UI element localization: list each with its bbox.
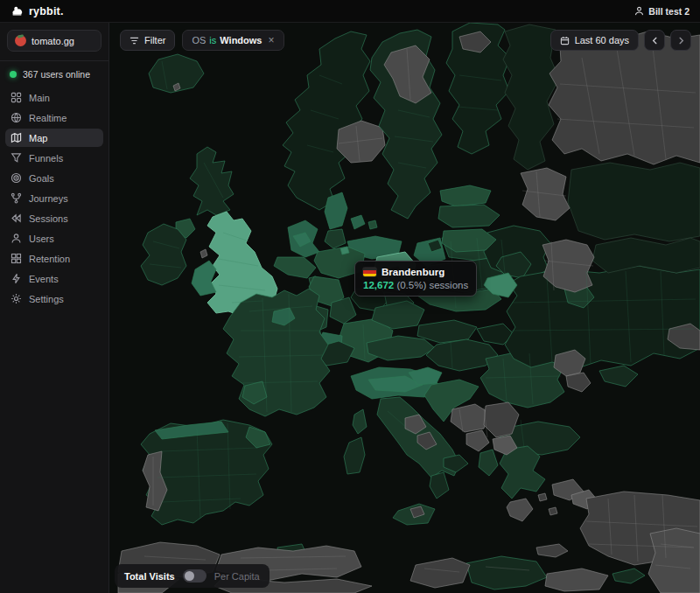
- filter-icon: [130, 36, 139, 45]
- sidebar-item-label: Map: [29, 133, 47, 143]
- rybbit-logo[interactable]: rybbit.: [10, 5, 64, 17]
- topbar: rybbit. Bill test 2: [0, 0, 700, 23]
- sidebar-item-settings[interactable]: Settings: [5, 290, 103, 308]
- sidebar-item-retention[interactable]: Retention: [5, 249, 103, 268]
- gear-icon: [10, 293, 22, 304]
- filter-bar: Filter OS is Windows ×: [120, 30, 284, 51]
- date-prev-button[interactable]: [644, 30, 665, 51]
- sidebar-item-journeys[interactable]: Journeys: [5, 189, 103, 207]
- person-icon: [634, 6, 644, 16]
- target-icon: [10, 172, 22, 184]
- user-name: Bill test 2: [648, 6, 690, 17]
- map-mode-bar: Total Visits Per Capita: [115, 564, 270, 588]
- online-status-text: 367 users online: [23, 69, 90, 80]
- sidebar-item-label: Settings: [29, 294, 64, 304]
- chevron-left-icon: [651, 37, 659, 45]
- sidebar-item-label: Retention: [29, 254, 70, 264]
- europe-map[interactable]: [109, 23, 700, 593]
- branch-icon: [10, 192, 22, 204]
- sidebar-item-label: Realtime: [29, 113, 66, 123]
- date-controls: Last 60 days: [550, 30, 691, 51]
- sidebar-item-sessions[interactable]: Sessions: [5, 209, 103, 227]
- total-visits-label: Total Visits: [124, 571, 175, 582]
- region-france[interactable]: [223, 289, 330, 416]
- sidebar-item-map[interactable]: Map: [5, 129, 103, 147]
- sidebar-item-events[interactable]: Events: [5, 269, 103, 288]
- sidebar: tomato.gg 367 users online Main Realtime…: [0, 23, 109, 593]
- user-icon: [10, 233, 22, 244]
- squares-icon: [10, 253, 22, 264]
- sidebar-item-label: Events: [29, 274, 59, 284]
- sidebar-nav: Main Realtime Map Funnels Goals Journeys…: [0, 86, 108, 310]
- filter-button[interactable]: Filter: [120, 30, 175, 51]
- chip-value: Windows: [220, 35, 262, 45]
- sidebar-item-label: Sessions: [29, 213, 68, 224]
- funnel-icon: [10, 152, 22, 164]
- sidebar-item-funnels[interactable]: Funnels: [5, 149, 103, 167]
- sidebar-item-realtime[interactable]: Realtime: [5, 108, 103, 127]
- grid-icon: [10, 92, 22, 103]
- filter-chip-os-windows[interactable]: OS is Windows ×: [182, 30, 284, 51]
- map-area: Filter OS is Windows × Last 60 days Bran…: [109, 23, 700, 593]
- sidebar-item-goals[interactable]: Goals: [5, 169, 103, 187]
- sidebar-item-label: Users: [29, 234, 54, 244]
- sidebar-item-users[interactable]: Users: [5, 229, 103, 248]
- chip-field: OS: [192, 35, 206, 45]
- date-range-button[interactable]: Last 60 days: [550, 30, 639, 51]
- per-capita-label: Per Capita: [214, 571, 260, 582]
- map-icon: [10, 132, 22, 143]
- globe-icon: [10, 112, 22, 123]
- filter-button-label: Filter: [144, 35, 165, 45]
- sidebar-item-label: Journeys: [29, 193, 68, 204]
- zap-icon: [10, 273, 22, 284]
- region-ukraine[interactable]: [505, 266, 700, 369]
- site-name: tomato.gg: [32, 36, 74, 46]
- rybbit-logo-icon: [10, 5, 24, 17]
- rewind-icon: [10, 213, 22, 224]
- site-selector[interactable]: tomato.gg: [7, 30, 102, 52]
- user-menu[interactable]: Bill test 2: [634, 6, 690, 17]
- chip-operator: is: [209, 35, 216, 45]
- sidebar-item-label: Main: [29, 93, 50, 103]
- sidebar-item-main[interactable]: Main: [5, 88, 103, 107]
- chevron-right-icon: [677, 37, 685, 45]
- toggle-knob: [185, 571, 194, 581]
- logo-text: rybbit.: [29, 5, 64, 17]
- sidebar-item-label: Goals: [29, 173, 54, 184]
- online-dot-icon: [10, 71, 17, 78]
- site-favicon: [15, 35, 26, 46]
- calendar-icon: [560, 36, 570, 45]
- sidebar-item-label: Funnels: [29, 153, 63, 164]
- per-capita-toggle[interactable]: [183, 569, 206, 583]
- chip-remove-icon[interactable]: ×: [269, 35, 275, 45]
- online-status: 367 users online: [0, 61, 108, 86]
- date-next-button[interactable]: [670, 30, 691, 51]
- date-range-label: Last 60 days: [575, 35, 629, 45]
